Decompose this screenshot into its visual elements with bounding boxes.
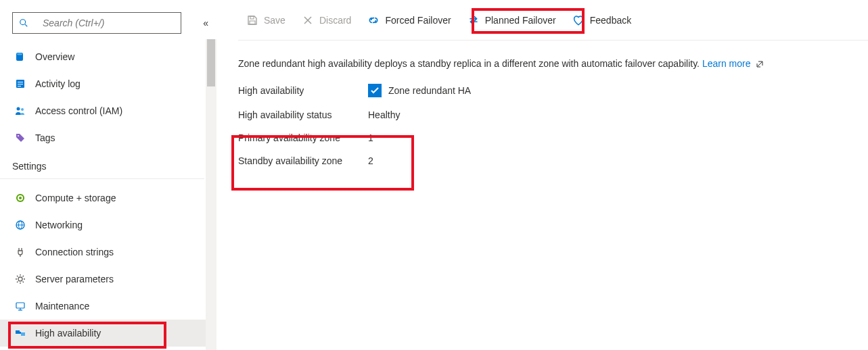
svg-rect-5 bbox=[18, 84, 23, 84]
ha-icon bbox=[15, 328, 26, 339]
checkmark-icon bbox=[370, 86, 380, 95]
sidebar-item-label: Overview bbox=[35, 51, 74, 62]
toolbar-label: Discard bbox=[319, 15, 351, 26]
compute-icon bbox=[15, 193, 26, 203]
toolbar-label: Forced Failover bbox=[385, 15, 451, 26]
sidebar-item-maintenance[interactable]: Maintenance bbox=[0, 293, 216, 320]
svg-point-16 bbox=[18, 277, 22, 281]
ha-status-value: Healthy bbox=[368, 109, 400, 120]
svg-rect-17 bbox=[16, 303, 24, 308]
sidebar-item-connection-strings[interactable]: Connection strings bbox=[0, 239, 216, 266]
sidebar-item-label: Maintenance bbox=[35, 301, 89, 311]
description-text: Zone redundant high availability deploys… bbox=[238, 58, 700, 69]
link-icon bbox=[367, 14, 380, 26]
sidebar-item-label: Compute + storage bbox=[35, 193, 116, 203]
globe-icon bbox=[15, 220, 26, 230]
gear-icon bbox=[15, 274, 26, 284]
search-icon bbox=[18, 18, 29, 28]
sidebar-item-high-availability[interactable]: High availability bbox=[0, 320, 216, 347]
learn-more-link[interactable]: Learn more bbox=[702, 58, 751, 69]
standby-zone-row: Standby availability zone 2 bbox=[238, 155, 868, 166]
sidebar-item-label: Connection strings bbox=[35, 247, 114, 257]
discard-button[interactable]: Discard bbox=[294, 8, 359, 32]
toolbar: Save Discard Forced Failover Planned Fai… bbox=[238, 0, 868, 41]
search-box[interactable] bbox=[12, 12, 181, 34]
toolbar-label: Feedback bbox=[590, 15, 631, 26]
feedback-button[interactable]: Feedback bbox=[564, 8, 639, 32]
ha-checkbox[interactable] bbox=[368, 84, 382, 97]
database-icon bbox=[15, 51, 26, 62]
scrollbar[interactable] bbox=[206, 39, 216, 350]
people-icon bbox=[15, 105, 26, 116]
svg-rect-21 bbox=[21, 332, 25, 336]
toolbar-label: Save bbox=[264, 15, 285, 26]
svg-point-2 bbox=[17, 53, 22, 55]
svg-point-12 bbox=[19, 197, 22, 199]
monitor-icon bbox=[15, 301, 26, 311]
collapse-sidebar-button[interactable]: « bbox=[203, 18, 208, 28]
primary-zone-label: Primary availability zone bbox=[238, 132, 368, 143]
svg-rect-20 bbox=[16, 330, 20, 334]
sidebar-item-label: Tags bbox=[35, 132, 55, 143]
forced-failover-button[interactable]: Forced Failover bbox=[359, 8, 459, 32]
plug-icon bbox=[15, 247, 26, 257]
sidebar-item-tags[interactable]: Tags bbox=[0, 124, 216, 151]
ha-status-row: High availability status Healthy bbox=[238, 109, 868, 120]
primary-zone-value: 1 bbox=[368, 132, 373, 143]
main-content: Save Discard Forced Failover Planned Fai… bbox=[216, 0, 868, 350]
swap-icon bbox=[467, 14, 480, 26]
log-icon bbox=[15, 78, 26, 89]
svg-point-7 bbox=[17, 107, 20, 111]
sidebar-item-label: Server parameters bbox=[35, 274, 114, 284]
sidebar-item-activity-log[interactable]: Activity log bbox=[0, 70, 216, 97]
ha-row: High availability Zone redundant HA bbox=[238, 84, 868, 97]
save-button[interactable]: Save bbox=[238, 8, 294, 32]
svg-point-8 bbox=[21, 108, 24, 111]
svg-rect-23 bbox=[250, 21, 255, 24]
description: Zone redundant high availability deploys… bbox=[238, 58, 868, 69]
search-input[interactable] bbox=[43, 18, 175, 28]
ha-checkbox-label: Zone redundant HA bbox=[388, 85, 471, 96]
svg-line-1 bbox=[25, 24, 27, 26]
sidebar-item-access-control[interactable]: Access control (IAM) bbox=[0, 97, 216, 124]
sidebar-item-label: Networking bbox=[35, 220, 83, 230]
sidebar-item-label: High availability bbox=[35, 328, 101, 339]
ha-status-label: High availability status bbox=[238, 109, 368, 120]
tag-icon bbox=[15, 132, 26, 143]
svg-rect-4 bbox=[18, 82, 23, 82]
sidebar-item-label: Access control (IAM) bbox=[35, 105, 122, 116]
settings-header: Settings bbox=[0, 151, 204, 179]
sidebar-item-label: Activity log bbox=[35, 78, 81, 89]
standby-zone-value: 2 bbox=[368, 155, 373, 166]
svg-rect-6 bbox=[18, 86, 21, 86]
sidebar-item-overview[interactable]: Overview bbox=[0, 43, 216, 70]
standby-zone-label: Standby availability zone bbox=[238, 155, 368, 166]
external-link-icon bbox=[756, 60, 764, 68]
scrollbar-thumb[interactable] bbox=[207, 39, 215, 86]
svg-point-9 bbox=[18, 135, 19, 136]
sidebar-item-server-parameters[interactable]: Server parameters bbox=[0, 266, 216, 293]
sidebar: « Overview Activity log Access control (… bbox=[0, 0, 216, 350]
svg-point-0 bbox=[20, 20, 26, 25]
ha-label: High availability bbox=[238, 85, 368, 96]
planned-failover-button[interactable]: Planned Failover bbox=[459, 8, 564, 32]
close-icon bbox=[302, 14, 314, 26]
sidebar-item-networking[interactable]: Networking bbox=[0, 211, 216, 239]
save-icon bbox=[246, 14, 258, 26]
sidebar-item-compute-storage[interactable]: Compute + storage bbox=[0, 184, 216, 211]
primary-zone-row: Primary availability zone 1 bbox=[238, 132, 868, 143]
toolbar-label: Planned Failover bbox=[485, 15, 556, 26]
search-row: « bbox=[0, 12, 216, 34]
heart-icon bbox=[572, 14, 585, 26]
